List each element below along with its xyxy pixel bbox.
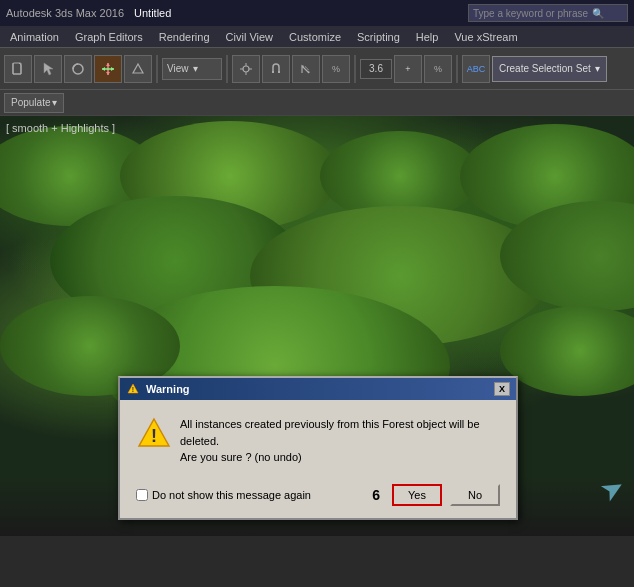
zoom-number: 3.6 — [369, 63, 383, 74]
svg-text:!: ! — [132, 386, 134, 393]
toolbar-sep-4 — [456, 55, 458, 83]
dialog-message-line2: deleted. — [180, 433, 480, 450]
create-selection-button[interactable]: Create Selection Set ▾ — [492, 56, 607, 82]
rotate-btn[interactable] — [64, 55, 92, 83]
app-title: Autodesk 3ds Max 2016 — [6, 7, 124, 19]
angle-snap-btn[interactable] — [292, 55, 320, 83]
magnet-snap-btn[interactable] — [262, 55, 290, 83]
checkbox-area: Do not show this message again — [136, 489, 364, 501]
dialog-warning-icon: ! — [126, 382, 140, 396]
view-dropdown[interactable]: View ▾ — [162, 58, 222, 80]
svg-marker-5 — [106, 63, 110, 66]
menu-customize[interactable]: Customize — [281, 29, 349, 45]
named-sel-btn[interactable]: ABC — [462, 55, 490, 83]
step-number: 6 — [372, 487, 380, 503]
svg-marker-9 — [133, 64, 143, 73]
select-btn[interactable] — [34, 55, 62, 83]
svg-marker-7 — [102, 67, 105, 71]
dialog-body: ! All instances created previously from … — [120, 400, 516, 476]
dialog-message-line3: Are you sure ? (no undo) — [180, 449, 480, 466]
view-label: View — [167, 63, 189, 74]
menu-graph-editors[interactable]: Graph Editors — [67, 29, 151, 45]
dialog-title-bar: ! Warning X — [120, 378, 516, 400]
viewport-label-text: [ smooth + Highlights ] — [6, 122, 115, 134]
menu-scripting[interactable]: Scripting — [349, 29, 408, 45]
close-label: X — [499, 384, 505, 394]
percent-snap-btn[interactable]: % — [322, 55, 350, 83]
toolbar-sep-2 — [226, 55, 228, 83]
toolbar-sep-3 — [354, 55, 356, 83]
svg-rect-0 — [13, 63, 21, 74]
populate-btn[interactable]: Populate ▾ — [4, 93, 64, 113]
svg-marker-1 — [44, 63, 53, 75]
chevron-down-icon: ▾ — [193, 63, 198, 74]
yes-button[interactable]: Yes — [392, 484, 442, 506]
zoom-in-btn[interactable]: + — [394, 55, 422, 83]
menu-civil-view[interactable]: Civil View — [218, 29, 281, 45]
dont-show-checkbox[interactable] — [136, 489, 148, 501]
menu-animation[interactable]: Animation — [2, 29, 67, 45]
menu-vue-xstream[interactable]: Vue xStream — [446, 29, 525, 45]
viewport-label: [ smooth + Highlights ] — [6, 122, 115, 134]
viewport: [ smooth + Highlights ] ➤ ! Warning X ! — [0, 116, 634, 536]
svg-marker-8 — [111, 67, 114, 71]
warning-dialog: ! Warning X ! All instances created prev… — [118, 376, 518, 520]
zoom-out-btn[interactable]: % — [424, 55, 452, 83]
toolbar: View ▾ % 3.6 + % ABC Create Selection Se… — [0, 48, 634, 90]
svg-text:!: ! — [151, 426, 157, 446]
svg-point-10 — [243, 66, 249, 72]
search-icon: 🔍 — [592, 8, 604, 19]
doc-title: Untitled — [134, 7, 171, 19]
dialog-title: Warning — [146, 383, 190, 395]
dialog-message-line1: All instances created previously from th… — [180, 416, 480, 433]
scale-btn[interactable] — [124, 55, 152, 83]
menu-help[interactable]: Help — [408, 29, 447, 45]
warning-triangle-icon: ! — [136, 416, 168, 448]
sub-toolbar: Populate ▾ — [0, 90, 634, 116]
search-placeholder: Type a keyword or phrase — [473, 8, 588, 19]
svg-marker-6 — [106, 72, 110, 75]
populate-label: Populate — [11, 97, 50, 108]
yes-label: Yes — [408, 489, 426, 501]
dont-show-label: Do not show this message again — [152, 489, 311, 501]
search-box[interactable]: Type a keyword or phrase 🔍 — [468, 4, 628, 22]
populate-dropdown-icon: ▾ — [52, 97, 57, 108]
toolbar-sep-1 — [156, 55, 158, 83]
dialog-message: All instances created previously from th… — [180, 416, 480, 466]
dropdown-arrow-icon: ▾ — [595, 63, 600, 74]
create-selection-label: Create Selection Set — [499, 63, 591, 74]
zoom-value: 3.6 — [360, 59, 392, 79]
menu-rendering[interactable]: Rendering — [151, 29, 218, 45]
title-bar: Autodesk 3ds Max 2016 Untitled Type a ke… — [0, 0, 634, 26]
snap-btn[interactable] — [232, 55, 260, 83]
move-btn[interactable] — [94, 55, 122, 83]
dialog-close-button[interactable]: X — [494, 382, 510, 396]
dialog-footer: Do not show this message again 6 Yes No — [120, 476, 516, 518]
no-label: No — [468, 489, 482, 501]
new-scene-btn[interactable] — [4, 55, 32, 83]
no-button[interactable]: No — [450, 484, 500, 506]
menu-bar: Animation Graph Editors Rendering Civil … — [0, 26, 634, 48]
